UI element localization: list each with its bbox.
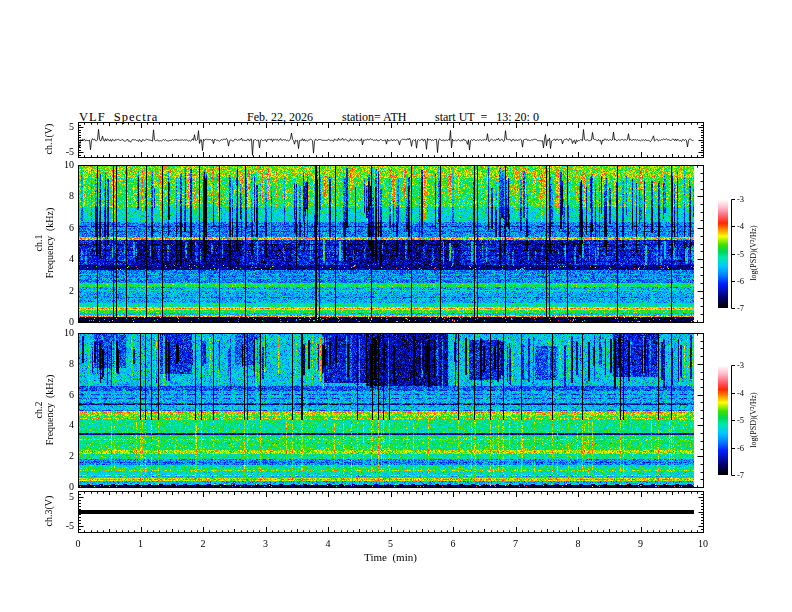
vlf-spectra-page: VLF Spectra Feb. 22, 2026 station= ATH s… <box>0 0 792 612</box>
x-tick-label: 3 <box>263 539 268 549</box>
y-tick-label: 10 <box>38 328 74 338</box>
x-tick-label: 4 <box>326 539 331 549</box>
y-tick-label: -5 <box>38 147 74 157</box>
x-axis-title: Time (min) <box>78 551 703 563</box>
y-tick-label: 0 <box>38 317 74 327</box>
y-tick-label: 8 <box>38 359 74 369</box>
colorbar-tick-label: -3 <box>737 195 744 204</box>
y-tick-label: 4 <box>38 420 74 430</box>
colorbar-tick-label: -4 <box>737 388 744 397</box>
y-tick-label: 5 <box>38 492 74 502</box>
y-tick-label: 8 <box>38 191 74 201</box>
colorbar-tick-label: -5 <box>737 249 744 258</box>
x-tick-label: 6 <box>451 539 456 549</box>
y-tick-label: 5 <box>38 122 74 132</box>
tick-labels-layer: 0123456789105-5108642010864205-5-3-4-5-6… <box>0 0 792 612</box>
y-tick-label: 10 <box>38 160 74 170</box>
y-tick-label: 6 <box>38 390 74 400</box>
colorbar-tick-label: -7 <box>737 471 744 480</box>
x-tick-label: 2 <box>201 539 206 549</box>
x-tick-label: 9 <box>638 539 643 549</box>
colorbar-tick-label: -4 <box>737 222 744 231</box>
colorbar-tick-label: -6 <box>737 276 744 285</box>
x-tick-label: 8 <box>576 539 581 549</box>
y-tick-label: -5 <box>38 521 74 531</box>
x-tick-label: 0 <box>76 539 81 549</box>
x-tick-label: 5 <box>388 539 393 549</box>
y-tick-label: 2 <box>38 451 74 461</box>
colorbar-tick-label: -5 <box>737 416 744 425</box>
colorbar-tick-label: -3 <box>737 361 744 370</box>
x-tick-label: 10 <box>698 539 708 549</box>
y-tick-label: 6 <box>38 223 74 233</box>
y-tick-label: 2 <box>38 286 74 296</box>
colorbar-tick-label: -7 <box>737 304 744 313</box>
colorbar-tick-label: -6 <box>737 443 744 452</box>
y-tick-label: 4 <box>38 254 74 264</box>
x-tick-label: 7 <box>513 539 518 549</box>
x-tick-label: 1 <box>138 539 143 549</box>
